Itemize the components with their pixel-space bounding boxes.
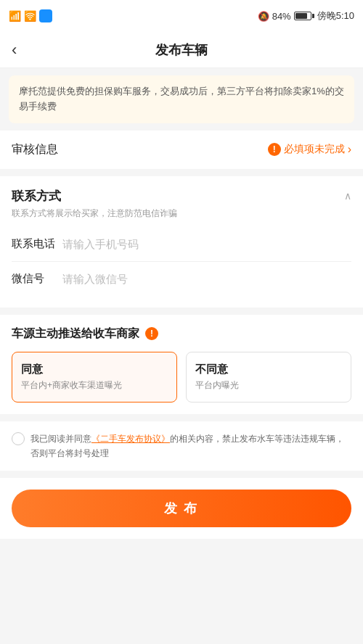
contact-header: 联系方式 ∧ — [12, 188, 351, 205]
wechat-label: 微信号 — [12, 272, 62, 286]
notice-banner: 摩托范提供免费的担保购车服务，交易成功后，第三方平台将扣除卖家1%的交易手续费 — [9, 75, 354, 123]
wechat-input[interactable] — [62, 273, 351, 285]
phone-label: 联系电话 — [12, 237, 62, 251]
submit-area: 发 布 — [0, 478, 363, 539]
push-title: 车源主动推送给收车商家 ! — [12, 326, 351, 342]
push-options: 同意 平台内+商家收车渠道曝光 不同意 平台内曝光 — [12, 352, 351, 402]
mute-icon: 🔕 — [258, 11, 269, 22]
battery-icon — [294, 12, 311, 20]
push-warning-icon: ! — [145, 327, 158, 340]
wechat-field-row: 微信号 — [12, 262, 351, 296]
status-right: 🔕 84% 傍晚5:10 — [258, 9, 354, 22]
agreement-text: 我已阅读并同意《二手车发布协议》的相关内容，禁止发布水车等违法违规车辆，否则平台… — [30, 432, 351, 461]
audit-status[interactable]: ! 必填项未完成 › — [268, 143, 351, 156]
push-section: 车源主动推送给收车商家 ! 同意 平台内+商家收车渠道曝光 不同意 平台内曝光 — [0, 315, 363, 414]
page-title: 发布车辆 — [155, 41, 208, 59]
notice-text: 摩托范提供免费的担保购车服务，交易成功后，第三方平台将扣除卖家1%的交易手续费 — [19, 86, 344, 112]
push-agree-desc: 平台内+商家收车渠道曝光 — [21, 379, 168, 392]
status-bar: 📶 🛜 🔕 84% 傍晚5:10 — [0, 0, 363, 32]
nav-bar: ‹ 发布车辆 — [0, 32, 363, 68]
back-button[interactable]: ‹ — [12, 41, 17, 59]
phone-input[interactable] — [62, 238, 351, 250]
signal-icon: 📶 — [9, 10, 21, 22]
agreement-section: 我已阅读并同意《二手车发布协议》的相关内容，禁止发布水车等违法违规车辆，否则平台… — [0, 421, 363, 471]
push-option-disagree[interactable]: 不同意 平台内曝光 — [186, 352, 351, 402]
audit-warning-icon: ! — [268, 143, 281, 156]
wifi-icon: 🛜 — [24, 10, 36, 22]
contact-title: 联系方式 — [12, 188, 61, 205]
status-left: 📶 🛜 — [9, 9, 52, 22]
app-icon — [39, 9, 52, 22]
agreement-prefix: 我已阅读并同意 — [30, 434, 91, 444]
push-disagree-title: 不同意 — [195, 363, 342, 376]
time-display: 傍晚5:10 — [317, 9, 354, 22]
audit-row[interactable]: 审核信息 ! 必填项未完成 › — [0, 131, 363, 169]
audit-label: 审核信息 — [12, 142, 58, 157]
push-agree-title: 同意 — [21, 363, 168, 376]
audit-status-text: 必填项未完成 — [284, 143, 345, 156]
contact-subtitle: 联系方式将展示给买家，注意防范电信诈骗 — [12, 207, 351, 220]
agreement-link[interactable]: 《二手车发布协议》 — [91, 434, 170, 444]
battery-percent: 84% — [272, 11, 291, 22]
submit-button[interactable]: 发 布 — [12, 490, 351, 527]
contact-collapse-icon[interactable]: ∧ — [344, 190, 351, 202]
push-disagree-desc: 平台内曝光 — [195, 379, 342, 392]
audit-chevron-icon: › — [348, 143, 351, 156]
phone-field-row: 联系电话 — [12, 227, 351, 262]
push-title-text: 车源主动推送给收车商家 — [12, 326, 139, 342]
agreement-checkbox[interactable] — [12, 432, 25, 445]
push-option-agree[interactable]: 同意 平台内+商家收车渠道曝光 — [12, 352, 177, 402]
contact-section: 联系方式 ∧ 联系方式将展示给买家，注意防范电信诈骗 联系电话 微信号 — [0, 176, 363, 307]
